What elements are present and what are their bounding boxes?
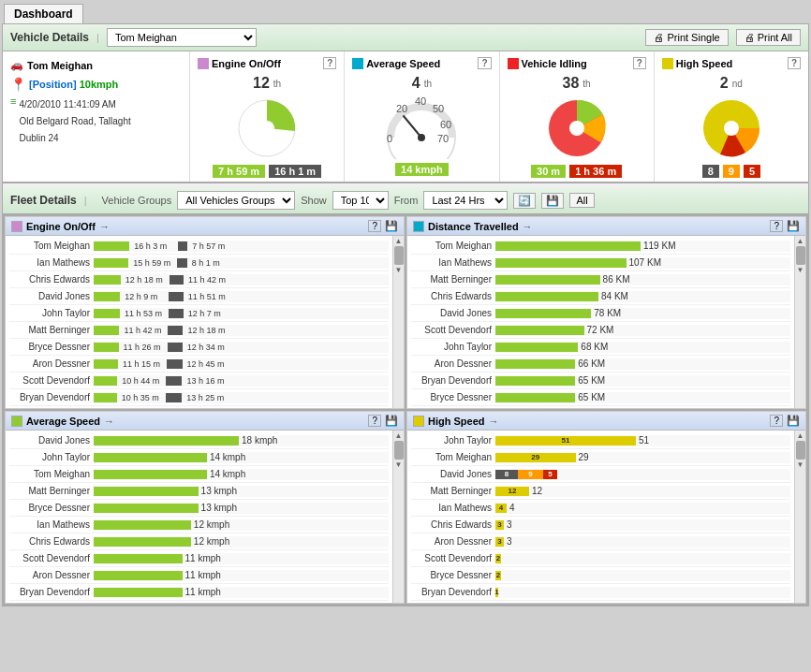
table-row: Tom Meighan 16 h 3 m 7 h 57 m (9, 238, 389, 255)
table-row: Bryce Dessner 13 kmph (9, 500, 389, 517)
highspeed-help-icon[interactable]: ? (788, 57, 801, 69)
save-button[interactable]: 💾 (541, 193, 564, 209)
engine-chart: Engine On/Off → ? 💾 Tom Meighan 16 h 3 m… (5, 216, 405, 409)
table-row: Matt Berninger 13 kmph (9, 483, 389, 500)
highspeed-metric-label: High Speed (676, 58, 733, 69)
from-select[interactable]: Last 24 Hrs (423, 191, 508, 210)
table-row: Ian Mathews 15 h 59 m 8 h 1 m (9, 255, 389, 271)
avgspeed-chart-arrow[interactable]: → (104, 416, 114, 427)
engine-help-icon[interactable]: ? (323, 57, 336, 69)
vehicle-details-title: Vehicle Details (10, 31, 89, 44)
idling-rank: 38 (563, 75, 580, 92)
distance-chart: Distance Travelled → ? 💾 Tom Meighan 119… (406, 216, 806, 409)
engine-metric-label: Engine On/Off (212, 58, 281, 69)
avgspeed-chart-save[interactable]: 💾 (385, 415, 398, 427)
position-link[interactable]: [Position] (29, 79, 77, 90)
svg-line-9 (404, 116, 421, 138)
table-row: Aron Dessner 11 h 15 m 12 h 45 m (9, 356, 389, 373)
vehicle-select[interactable]: Tom Meighan (107, 28, 257, 47)
svg-text:50: 50 (433, 103, 444, 114)
highspeed-chart: High Speed → ? 💾 John Taylor 51 51 Tom M… (406, 411, 806, 604)
table-row: Matt Berninger 11 h 42 m 12 h 18 m (9, 322, 389, 339)
engine-chart-arrow[interactable]: → (99, 221, 110, 232)
car-icon: 🚗 (10, 59, 23, 71)
table-row: Scott Devendorf 11 kmph (9, 550, 389, 567)
avgspeed-chart-help[interactable]: ? (368, 415, 381, 427)
table-row: Bryan Devendorf 65 KM (411, 373, 790, 389)
engine-chart-save[interactable]: 💾 (385, 220, 398, 232)
highspeed-chart-arrow[interactable]: → (489, 416, 499, 427)
highspeed-chart-scrollbar[interactable]: ▲ ▼ (794, 431, 805, 603)
table-row: Scott Devendorf 72 KM (411, 322, 790, 339)
refresh-button[interactable]: 🔄 (513, 193, 536, 209)
distance-chart-scrollbar[interactable]: ▲ ▼ (794, 236, 805, 408)
show-label: Show (301, 195, 327, 206)
table-row: John Taylor 68 KM (411, 339, 790, 356)
engine-pie-chart (229, 95, 304, 161)
idling-help-icon[interactable]: ? (633, 57, 646, 69)
vehicle-datetime: 4/20/2010 11:41:09 AM (19, 98, 130, 111)
svg-text:70: 70 (437, 133, 449, 144)
vehicle-address: Old Belgard Road, Tallaght (19, 115, 130, 128)
dashboard-tab[interactable]: Dashboard (4, 4, 83, 23)
divider: | (96, 32, 99, 43)
table-row: Bryce Dessner 65 KM (411, 389, 790, 406)
table-row: Aron Dessner 3 3 (411, 533, 790, 550)
vehicle-groups-select[interactable]: All Vehicles Groups (177, 191, 295, 210)
svg-text:60: 60 (440, 119, 451, 130)
table-row: Bryce Dessner 11 h 26 m 12 h 34 m (9, 339, 389, 356)
distance-chart-title: Distance Travelled (428, 221, 519, 232)
engine-chart-scrollbar[interactable]: ▲ ▼ (392, 236, 404, 408)
vehicle-speed: 10kmph (80, 79, 119, 90)
svg-point-10 (418, 134, 425, 141)
table-row: Aron Dessner 11 kmph (9, 567, 389, 584)
avgspeed-help-icon[interactable]: ? (478, 57, 491, 69)
highspeed-rank-suffix: nd (732, 79, 743, 89)
table-row: Aron Dessner 66 KM (411, 356, 790, 373)
highspeed-chart-help[interactable]: ? (770, 415, 783, 427)
idling-metric-label: Vehicle Idling (522, 58, 587, 69)
fleet-divider: | (84, 195, 87, 206)
table-row: David Jones 18 kmph (9, 432, 389, 449)
list-icon: ≡ (10, 95, 16, 107)
table-row: Bryan Devendorf 10 h 35 m 13 h 25 m (9, 389, 389, 406)
highspeed-chart-save[interactable]: 💾 (787, 415, 800, 427)
idling-rank-suffix: th (582, 79, 590, 89)
engine-chart-help[interactable]: ? (368, 220, 381, 232)
svg-text:40: 40 (415, 95, 426, 107)
avgspeed-chart-scrollbar[interactable]: ▲ ▼ (392, 431, 404, 603)
print-all-button[interactable]: 🖨 Print All (736, 29, 801, 46)
printer-all-icon: 🖨 (745, 32, 755, 43)
table-row: Tom Meighan 14 kmph (9, 466, 389, 483)
table-row: Matt Berninger 12 12 (411, 483, 790, 500)
table-row: David Jones 78 KM (411, 305, 790, 322)
table-row: Bryan Devendorf 1 (411, 584, 790, 601)
table-row: Chris Edwards 3 3 (411, 517, 790, 533)
vehicle-groups-label: Vehicle Groups (102, 195, 172, 206)
table-row: John Taylor 51 51 (411, 432, 790, 449)
table-row: John Taylor 14 kmph (9, 449, 389, 466)
highspeed-chart-title: High Speed (428, 416, 485, 427)
svg-text:0: 0 (387, 133, 392, 144)
svg-point-1 (259, 121, 274, 136)
printer-icon: 🖨 (654, 32, 664, 43)
distance-chart-arrow[interactable]: → (523, 221, 533, 232)
highspeed-rank: 2 (720, 75, 729, 92)
distance-chart-save[interactable]: 💾 (787, 220, 800, 232)
vehicle-city: Dublin 24 (19, 132, 130, 145)
table-row: Scott Devendorf 2 (411, 550, 790, 567)
table-row: Scott Devendorf 10 h 44 m 13 h 16 m (9, 373, 389, 389)
avgspeed-rank-suffix: th (424, 79, 432, 89)
print-single-button[interactable]: 🖨 Print Single (645, 29, 728, 46)
gps-icon: 📍 (10, 77, 26, 92)
engine-chart-title: Engine On/Off (26, 221, 96, 232)
distance-chart-help[interactable]: ? (770, 220, 783, 232)
all-button[interactable]: All (569, 193, 594, 208)
idling-pie-chart (539, 95, 614, 161)
svg-text:20: 20 (396, 103, 407, 114)
vehicle-name-text: Tom Meighan (27, 60, 93, 71)
table-row: David Jones 8 9 5 (411, 466, 790, 483)
table-row: Ian Mathews 4 4 (411, 500, 790, 517)
highspeed-pie-chart (694, 95, 769, 161)
show-select[interactable]: Top 10 (332, 191, 389, 210)
